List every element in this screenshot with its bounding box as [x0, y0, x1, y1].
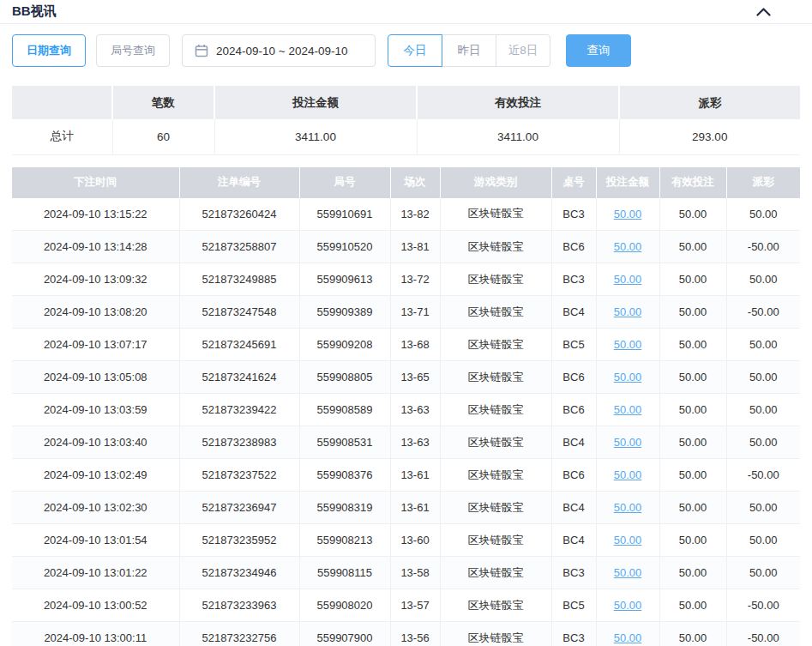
session-cell: 13-82 — [390, 198, 440, 231]
bet-time-cell: 2024-09-10 13:02:30 — [12, 492, 179, 524]
round-id-cell: 559908115 — [299, 557, 390, 589]
game-type-cell: 区块链骰宝 — [440, 296, 551, 329]
summary-total-bet-amount: 3411.00 — [214, 119, 417, 154]
game-type-cell: 区块链骰宝 — [440, 394, 551, 426]
table-no-cell: BC4 — [551, 524, 596, 557]
bet-time-cell: 2024-09-10 13:15:22 — [12, 198, 179, 231]
table-row: 2024-09-10 13:01:54521873235952559908213… — [12, 524, 800, 557]
bet-amount-link[interactable]: 50.00 — [614, 371, 642, 383]
bet-table-header-row: 下注时间 注单编号 局号 场次 游戏类别 桌号 投注金额 有效投注 派彩 — [12, 167, 800, 198]
valid-bet-cell: 50.00 — [659, 426, 726, 459]
summary-header-empty — [12, 86, 112, 119]
bet-amount-cell: 50.00 — [596, 296, 659, 329]
payout-cell: 50.00 — [726, 198, 800, 231]
session-cell: 13-57 — [390, 589, 440, 622]
payout-cell: -50.00 — [726, 589, 800, 622]
table-no-cell: BC5 — [551, 589, 596, 622]
bet-id-cell: 521873235952 — [179, 524, 299, 557]
game-type-cell: 区块链骰宝 — [440, 622, 551, 646]
quick-range-segment: 今日 昨日 近8日 — [388, 34, 550, 67]
column-header-game-type: 游戏类别 — [440, 167, 551, 198]
bet-id-cell: 521873241624 — [179, 361, 299, 394]
bet-id-cell: 521873258807 — [179, 231, 299, 263]
round-id-cell: 559908805 — [299, 361, 390, 394]
table-no-cell: BC3 — [551, 557, 596, 589]
table-row: 2024-09-10 13:01:22521873234946559908115… — [12, 557, 800, 589]
payout-cell: 50.00 — [726, 394, 800, 426]
session-cell: 13-63 — [390, 426, 440, 459]
column-header-payout: 派彩 — [726, 167, 800, 198]
table-no-cell: BC5 — [551, 329, 596, 361]
bet-amount-link[interactable]: 50.00 — [614, 208, 642, 220]
payout-cell: 50.00 — [726, 524, 800, 557]
table-no-cell: BC4 — [551, 426, 596, 459]
game-type-cell: 区块链骰宝 — [440, 231, 551, 263]
session-cell: 13-58 — [390, 557, 440, 589]
bet-amount-link[interactable]: 50.00 — [614, 338, 642, 351]
bet-amount-link[interactable]: 50.00 — [614, 534, 642, 546]
last-8-days-button[interactable]: 近8日 — [496, 34, 550, 67]
date-range-value: 2024-09-10 ~ 2024-09-10 — [216, 45, 348, 57]
panel-header: BB视讯 — [0, 0, 812, 24]
round-id-cell: 559910691 — [299, 198, 390, 231]
bet-id-cell: 521873239422 — [179, 394, 299, 426]
date-range-input[interactable]: 2024-09-10 ~ 2024-09-10 — [182, 34, 376, 67]
bet-amount-link[interactable]: 50.00 — [614, 631, 642, 644]
round-query-tab[interactable]: 局号查询 — [96, 34, 170, 67]
bet-amount-link[interactable]: 50.00 — [614, 403, 642, 416]
chevron-up-icon[interactable] — [756, 8, 771, 16]
bet-amount-link[interactable]: 50.00 — [614, 240, 642, 253]
column-header-table-no: 桌号 — [551, 167, 596, 198]
bet-amount-link[interactable]: 50.00 — [614, 436, 642, 449]
session-cell: 13-56 — [390, 622, 440, 646]
round-id-cell: 559909389 — [299, 296, 390, 329]
bet-amount-cell: 50.00 — [596, 394, 659, 426]
yesterday-button[interactable]: 昨日 — [442, 34, 496, 67]
table-no-cell: BC6 — [551, 394, 596, 426]
bet-id-cell: 521873245691 — [179, 329, 299, 361]
valid-bet-cell: 50.00 — [659, 263, 726, 296]
payout-cell: 50.00 — [726, 492, 800, 524]
bet-amount-link[interactable]: 50.00 — [614, 599, 642, 612]
summary-header-count: 笔数 — [112, 86, 214, 119]
bet-amount-link[interactable]: 50.00 — [614, 468, 642, 481]
round-id-cell: 559910520 — [299, 231, 390, 263]
bet-amount-link[interactable]: 50.00 — [614, 566, 642, 579]
bet-amount-link[interactable]: 50.00 — [614, 273, 642, 286]
game-type-cell: 区块链骰宝 — [440, 263, 551, 296]
summary-total-valid-bet: 3411.00 — [417, 119, 619, 154]
session-cell: 13-71 — [390, 296, 440, 329]
session-cell: 13-61 — [390, 459, 440, 492]
bet-id-cell: 521873234946 — [179, 557, 299, 589]
round-id-cell: 559909613 — [299, 263, 390, 296]
game-type-cell: 区块链骰宝 — [440, 557, 551, 589]
table-row: 2024-09-10 13:02:30521873236947559908319… — [12, 492, 800, 524]
bb-video-panel: BB视讯 日期查询 局号查询 2024-09-10 ~ 2024-09-10 今… — [0, 0, 812, 646]
search-button[interactable]: 查询 — [566, 34, 631, 67]
session-cell: 13-68 — [390, 329, 440, 361]
payout-cell: 50.00 — [726, 426, 800, 459]
bet-amount-cell: 50.00 — [596, 198, 659, 231]
bet-time-cell: 2024-09-10 13:01:54 — [12, 524, 179, 557]
bet-time-cell: 2024-09-10 13:09:32 — [12, 263, 179, 296]
bet-amount-link[interactable]: 50.00 — [614, 305, 642, 318]
summary-header-bet-amount: 投注金额 — [214, 86, 417, 119]
bet-time-cell: 2024-09-10 13:03:59 — [12, 394, 179, 426]
bet-id-cell: 521873236947 — [179, 492, 299, 524]
bet-amount-cell: 50.00 — [596, 492, 659, 524]
valid-bet-cell: 50.00 — [659, 622, 726, 646]
bet-time-cell: 2024-09-10 13:03:40 — [12, 426, 179, 459]
table-no-cell: BC6 — [551, 361, 596, 394]
round-id-cell: 559908213 — [299, 524, 390, 557]
bet-amount-cell: 50.00 — [596, 557, 659, 589]
today-button[interactable]: 今日 — [388, 34, 442, 67]
bet-amount-link[interactable]: 50.00 — [614, 501, 642, 514]
round-id-cell: 559908319 — [299, 492, 390, 524]
summary-table: 笔数 投注金额 有效投注 派彩 总计 60 3411.00 3411.00 29… — [12, 86, 800, 155]
payout-cell: -50.00 — [726, 459, 800, 492]
table-row: 2024-09-10 13:00:52521873233963559908020… — [12, 589, 800, 622]
date-query-tab[interactable]: 日期查询 — [12, 34, 86, 67]
bet-id-cell: 521873247548 — [179, 296, 299, 329]
table-row: 2024-09-10 13:09:32521873249885559909613… — [12, 263, 800, 296]
valid-bet-cell: 50.00 — [659, 557, 726, 589]
